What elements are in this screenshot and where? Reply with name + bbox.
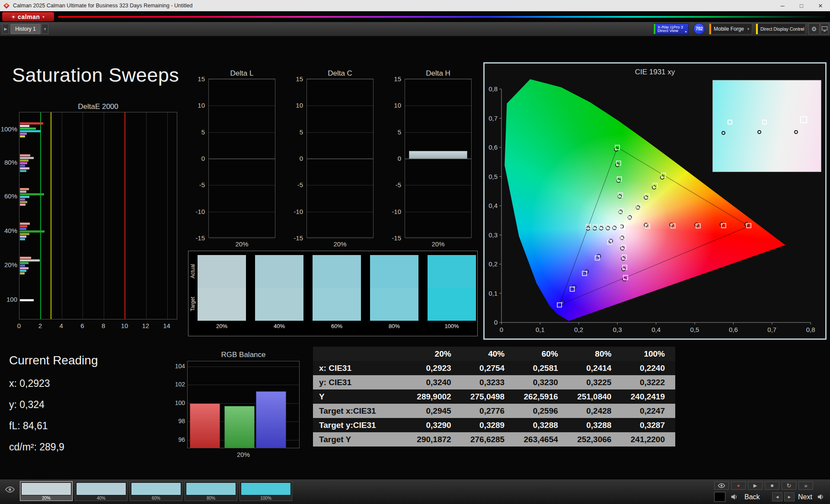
- deltae-bar: [20, 128, 36, 130]
- reading-fl: fL: 84,61: [9, 420, 169, 432]
- patch-button-20%[interactable]: 20%: [20, 481, 73, 501]
- close-button[interactable]: ✕: [811, 0, 830, 11]
- cell-value: 0,2776: [462, 404, 515, 418]
- chart-title: Delta C: [306, 69, 374, 78]
- axis-label: -15: [288, 234, 303, 242]
- monitor-icon: [822, 26, 827, 32]
- axis-label: 0,3: [488, 231, 498, 239]
- cell-value: 289,9002: [408, 389, 462, 404]
- bottom-bar: 20%40%60%80%100% ● ▶ ■ ↻ » Back ◄ ► Next: [0, 479, 830, 504]
- audio-cue-next-button[interactable]: [814, 492, 827, 502]
- delta-l-chart: Delta L151050-5-10-1520%: [190, 69, 279, 251]
- axis-label: 0,8: [488, 85, 498, 93]
- source-select-button[interactable]: Mobile Forge ▼: [709, 23, 752, 35]
- axis-label: -15: [190, 234, 205, 242]
- measured-point: [757, 130, 761, 134]
- cell-value: 0,2581: [515, 361, 568, 375]
- deltae-bar: [20, 188, 29, 190]
- patch-button-60%[interactable]: 60%: [130, 481, 182, 501]
- minimize-button[interactable]: ─: [773, 0, 792, 11]
- meter-count-badge: 702: [693, 23, 705, 35]
- axis-label: 0,7: [488, 115, 498, 122]
- audio-cue-back-button[interactable]: [728, 492, 741, 502]
- row-label: x: CIE31: [313, 361, 408, 375]
- deltae-bar: [20, 238, 25, 240]
- axis-label: -10: [288, 208, 303, 215]
- cell-value: 263,4654: [515, 432, 568, 447]
- axis-label: 0,3: [613, 326, 622, 333]
- axis-label: 0: [500, 326, 503, 333]
- display-panel-button[interactable]: [820, 23, 829, 35]
- gridline: [167, 112, 168, 319]
- table-row: y: CIE310,32400,32330,32300,32250,3222: [313, 375, 675, 389]
- chevron-down-icon: ▾: [42, 15, 45, 19]
- expand-panel-button[interactable]: ▶: [2, 24, 9, 34]
- table-header-row: 20%40%60%80%100%: [313, 347, 675, 361]
- back-button[interactable]: Back: [744, 492, 760, 502]
- cell-value: 252,3066: [568, 432, 622, 447]
- axis-label: 2: [35, 322, 45, 329]
- app-icon: [3, 3, 10, 9]
- tab-history-1[interactable]: History 1: [10, 24, 41, 34]
- axis-label: 100%: [0, 125, 17, 133]
- calman-logo[interactable]: calman ▾: [2, 12, 54, 21]
- axis-label: 20%: [306, 240, 374, 248]
- cell-value: 276,6285: [462, 432, 515, 447]
- next-step-button[interactable]: ►: [784, 492, 795, 501]
- axis-label: 0: [386, 155, 401, 162]
- record-button[interactable]: ●: [731, 482, 746, 490]
- play-icon: ▶: [753, 483, 757, 488]
- axis-label: 0,1: [488, 290, 498, 297]
- next-button[interactable]: Next: [798, 492, 812, 502]
- patch-window-button[interactable]: [714, 492, 725, 502]
- axis-label: 0: [288, 155, 303, 162]
- refresh-button[interactable]: ↻: [782, 482, 796, 490]
- preview-eye-button[interactable]: [4, 485, 16, 496]
- previous-icon: ◄: [775, 494, 779, 499]
- settings-gear-button[interactable]: ⚙: [808, 23, 820, 35]
- chevron-down-icon: ▼: [747, 27, 750, 31]
- skip-button[interactable]: »: [798, 482, 813, 490]
- swatch-label: 80%: [370, 323, 418, 329]
- axis-label: 0: [14, 322, 24, 329]
- previous-step-button[interactable]: ◄: [772, 492, 782, 501]
- cell-value: 0,3230: [515, 375, 568, 389]
- record-icon: ●: [737, 483, 740, 488]
- patch-label: 60%: [131, 495, 181, 501]
- gridline: [405, 79, 471, 80]
- patch-button-40%[interactable]: 40%: [75, 481, 128, 501]
- display-control-button[interactable]: Direct Display Control ▼: [756, 23, 806, 35]
- column-header: 80%: [568, 347, 622, 361]
- deltae-bar: [20, 133, 27, 135]
- gridline: [405, 132, 471, 133]
- deltae-bar: [20, 125, 29, 127]
- row-label: Target Y: [313, 432, 408, 447]
- display-control-name: Direct Display Control: [760, 26, 804, 32]
- play-button[interactable]: ▶: [748, 482, 763, 490]
- axis-label: -10: [386, 208, 401, 215]
- axis-label: 0,1: [536, 326, 545, 333]
- actual-row-label: Actual: [189, 255, 196, 287]
- maximize-button[interactable]: □: [792, 0, 811, 11]
- axis-label: 5: [288, 128, 303, 136]
- patch-button-80%[interactable]: 80%: [185, 481, 237, 501]
- patch-label: 100%: [241, 495, 291, 501]
- swatch-label: 40%: [255, 323, 303, 329]
- cell-value: 0,2247: [622, 404, 675, 418]
- patch-button-100%[interactable]: 100%: [239, 481, 292, 501]
- eye-icon: [718, 483, 725, 488]
- meter-select-button[interactable]: X-Rite i1Pro 3 Direct View ▼: [653, 23, 689, 35]
- gridline: [188, 385, 299, 385]
- chevron-down-icon: ▼: [684, 30, 687, 33]
- tab-menu-button[interactable]: ▾: [42, 24, 48, 34]
- deltae-bar: [20, 262, 29, 264]
- stop-button[interactable]: ■: [765, 482, 779, 490]
- cell-value: 0,3289: [462, 418, 515, 432]
- cie-1931-panel: 00,10,20,30,40,50,60,70,800,10,20,30,40,…: [483, 62, 827, 340]
- column-header: 100%: [622, 347, 675, 361]
- axis-label: 0: [494, 319, 498, 326]
- gridline: [307, 185, 373, 185]
- axis-label: 20%: [405, 240, 472, 248]
- toolbar: ▶ History 1 ▾ X-Rite i1Pro 3 Direct View…: [0, 22, 830, 36]
- preview-eye-button-2[interactable]: [714, 482, 729, 490]
